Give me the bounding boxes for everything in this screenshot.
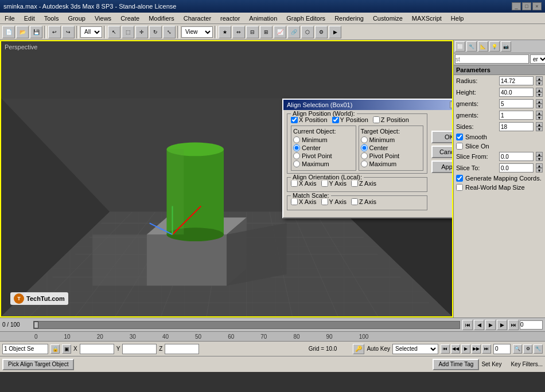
orient-x-label[interactable]: X Axis xyxy=(291,180,317,187)
z-position-checkbox[interactable] xyxy=(373,116,380,123)
toolbar-select[interactable]: ↖ xyxy=(108,26,120,38)
sel-btn[interactable]: ▣ xyxy=(62,344,71,354)
title-bar-buttons[interactable]: _ □ × xyxy=(512,2,542,10)
orient-y-label[interactable]: Y Axis xyxy=(321,180,347,187)
orient-z-label[interactable]: Z Axis xyxy=(351,180,376,187)
x-position-checkbox-label[interactable]: X Position xyxy=(291,116,328,123)
x-input[interactable] xyxy=(80,344,114,354)
current-pivot-radio[interactable] xyxy=(293,152,300,159)
sides-input[interactable] xyxy=(499,122,534,131)
extra-btn1[interactable]: 🔍 xyxy=(513,344,522,354)
prev-key-btn[interactable]: ◀ xyxy=(474,320,484,330)
play-btn[interactable]: ▶ xyxy=(485,320,496,330)
target-maximum-radio[interactable] xyxy=(361,160,368,167)
toolbar-scale[interactable]: ⤡ xyxy=(163,26,176,38)
frame-input[interactable] xyxy=(520,320,543,330)
menu-maxscript[interactable]: MAXScript xyxy=(407,13,446,23)
genmap-checkbox[interactable] xyxy=(456,175,463,182)
panel-btn-1[interactable]: ⬜ xyxy=(455,41,465,52)
csegments-up[interactable]: ▲ xyxy=(536,111,543,115)
menu-reactor[interactable]: reactor xyxy=(216,13,244,23)
panel-btn-5[interactable]: 📷 xyxy=(501,41,511,52)
radius-input[interactable] xyxy=(499,76,534,85)
maximize-button[interactable]: □ xyxy=(522,2,531,10)
target-center-radio[interactable] xyxy=(361,144,368,151)
scale-z-checkbox[interactable] xyxy=(351,198,358,205)
toolbar-rotate[interactable]: ↻ xyxy=(149,26,162,38)
slicefrom-up[interactable]: ▲ xyxy=(536,152,543,156)
y-position-checkbox-label[interactable]: Y Position xyxy=(332,116,368,123)
panel-btn-3[interactable]: 📐 xyxy=(478,41,488,52)
menu-file[interactable]: File xyxy=(0,13,20,23)
toolbar-redo[interactable]: ↪ xyxy=(62,26,75,38)
extra-btn2[interactable]: ⚙ xyxy=(523,344,532,354)
toolbar-curve[interactable]: 📈 xyxy=(274,26,286,38)
hsegments-up[interactable]: ▲ xyxy=(536,99,543,104)
z-position-checkbox-label[interactable]: Z Position xyxy=(373,116,409,123)
menu-views[interactable]: Views xyxy=(90,13,116,23)
dialog-help-button[interactable]: ? xyxy=(450,101,453,108)
target-pivot-radio[interactable] xyxy=(361,152,368,159)
toolbar-open[interactable]: 📂 xyxy=(16,26,29,38)
ok-button[interactable]: OK xyxy=(431,131,453,143)
next-key-btn[interactable]: ▶ xyxy=(497,320,507,330)
current-maximum-radio[interactable] xyxy=(293,160,300,167)
orient-z-checkbox[interactable] xyxy=(351,180,358,187)
next3-btn[interactable]: ⏭ xyxy=(482,344,491,354)
menu-tools[interactable]: Tools xyxy=(40,13,64,23)
menu-graph-editors[interactable]: Graph Editors xyxy=(282,13,330,23)
timeline-thumb[interactable] xyxy=(34,322,38,328)
toolbar-undo[interactable]: ↩ xyxy=(48,26,61,38)
current-minimum-radio[interactable] xyxy=(293,136,300,143)
scale-z-label[interactable]: Z Axis xyxy=(351,198,376,205)
sliceto-input[interactable] xyxy=(499,163,534,173)
csegments-input[interactable] xyxy=(499,111,534,120)
minimize-button[interactable]: _ xyxy=(512,2,521,10)
realworld-checkbox[interactable] xyxy=(456,184,463,191)
y-input[interactable] xyxy=(122,344,157,354)
toolbar-render[interactable]: ▶ xyxy=(329,26,341,38)
sides-down[interactable]: ▼ xyxy=(536,127,543,131)
hsegments-down[interactable]: ▼ xyxy=(536,104,543,108)
extra-btn3[interactable]: 🔧 xyxy=(534,344,543,354)
dialog-title-bar[interactable]: Align Selection (Box01) ? × xyxy=(283,100,453,110)
height-input[interactable] xyxy=(499,88,534,97)
lock-btn[interactable]: 🔒 xyxy=(50,344,60,354)
panel-mode-combo[interactable]: er xyxy=(530,54,545,64)
scale-y-checkbox[interactable] xyxy=(321,198,328,205)
prev2-btn[interactable]: ◀◀ xyxy=(451,344,460,354)
sliceto-up[interactable]: ▲ xyxy=(536,163,543,168)
object-count-input[interactable] xyxy=(2,344,48,354)
scale-x-label[interactable]: X Axis xyxy=(291,198,317,205)
height-up[interactable]: ▲ xyxy=(536,88,543,92)
key-icon[interactable]: 🔑 xyxy=(353,344,364,354)
add-time-tag-button[interactable]: Add Time Tag xyxy=(433,359,479,370)
view-combo[interactable]: View xyxy=(181,26,213,38)
menu-rendering[interactable]: Rendering xyxy=(330,13,368,23)
orient-y-checkbox[interactable] xyxy=(321,180,328,187)
toolbar-select-region[interactable]: ⬚ xyxy=(122,26,134,38)
y-position-checkbox[interactable] xyxy=(332,116,339,123)
menu-customize[interactable]: Customize xyxy=(368,13,407,23)
smooth-checkbox[interactable] xyxy=(456,134,463,140)
cancel-button[interactable]: Cancel xyxy=(431,146,453,158)
panel-btn-4[interactable]: 💡 xyxy=(489,41,500,52)
radius-down[interactable]: ▼ xyxy=(536,81,543,85)
panel-btn-2[interactable]: 🔧 xyxy=(466,41,477,52)
pick-align-button[interactable]: Pick Align Target Object xyxy=(2,359,74,370)
selected-combo[interactable]: Selected xyxy=(392,344,438,354)
toolbar-mirror[interactable]: ⇔ xyxy=(232,26,245,38)
toolbar-named-sel[interactable]: ★ xyxy=(219,26,231,38)
sliceto-down[interactable]: ▼ xyxy=(536,168,543,173)
orient-x-checkbox[interactable] xyxy=(291,180,298,187)
menu-edit[interactable]: Edit xyxy=(20,13,40,23)
menu-animation[interactable]: Animation xyxy=(244,13,282,23)
prev-frame-btn[interactable]: ⏮ xyxy=(462,320,473,330)
menu-modifiers[interactable]: Modifiers xyxy=(144,13,179,23)
selection-filter-combo[interactable]: All xyxy=(80,26,102,38)
panel-search[interactable] xyxy=(455,54,529,64)
menu-group[interactable]: Group xyxy=(63,13,90,23)
sides-up[interactable]: ▲ xyxy=(536,122,543,127)
toolbar-render-setup[interactable]: ⚙ xyxy=(315,26,328,38)
apply-button[interactable]: Apply xyxy=(431,160,453,173)
